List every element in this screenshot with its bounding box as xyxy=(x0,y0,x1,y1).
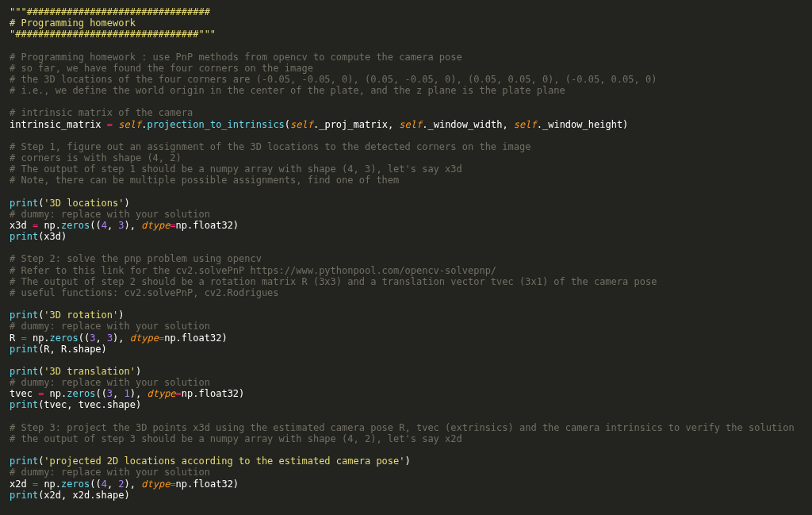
sp xyxy=(44,388,49,399)
string-literal: '3D translation' xyxy=(44,366,136,377)
var-R: R xyxy=(10,332,21,344)
comment: # useful functions: cv2.solvePnP, cv2.Ro… xyxy=(10,287,279,298)
comma: , xyxy=(95,332,106,344)
close-shape: ), xyxy=(113,332,130,344)
comment: # The output of step 1 should be a numpy… xyxy=(10,163,462,175)
zeros-call: zeros xyxy=(67,388,95,399)
arg: ._proj_matrix, xyxy=(313,119,399,130)
comment-dummy: # dummy: replace with your solution xyxy=(10,377,210,388)
num: 4 xyxy=(102,478,107,490)
kw-dtype: dtype xyxy=(147,388,175,399)
comment: # Step 1, figure out an assignment of th… xyxy=(10,141,530,152)
equals: = xyxy=(176,388,182,399)
self: self xyxy=(118,119,141,130)
paren: ) xyxy=(118,309,124,321)
print-call: print xyxy=(10,399,38,410)
sp xyxy=(27,332,33,344)
equals: = xyxy=(107,119,113,130)
comment: # Note, there can be multiple possible a… xyxy=(10,175,399,186)
np: np. xyxy=(44,220,61,231)
code-editor[interactable]: """################################ # Pr… xyxy=(0,0,812,515)
var-tvec: tvec xyxy=(10,388,38,399)
comma: , xyxy=(107,478,118,490)
num: 1 xyxy=(124,388,130,399)
print-call: print xyxy=(10,344,38,355)
num: 4 xyxy=(102,220,107,231)
string-literal: '3D rotation' xyxy=(44,309,118,321)
close-shape: ), xyxy=(130,388,147,399)
paren: ) xyxy=(124,198,130,209)
zeros-call: zeros xyxy=(61,220,90,231)
comma: , xyxy=(107,220,118,231)
equals: = xyxy=(170,478,175,490)
paren: ) xyxy=(136,366,141,377)
np: np. xyxy=(44,478,61,490)
self: self xyxy=(399,119,422,130)
string-literal: 'projected 2D locations according to the… xyxy=(44,455,404,467)
comment-dummy: # dummy: replace with your solution xyxy=(10,467,210,478)
docstring-close: "################################""" xyxy=(10,29,216,40)
print-arg: (R, R.shape) xyxy=(38,344,107,355)
paren: (( xyxy=(95,388,106,399)
print-call: print xyxy=(10,455,38,467)
np-float32: np.float32) xyxy=(164,332,227,344)
print-arg: (x3d) xyxy=(38,231,67,242)
np: np. xyxy=(33,332,50,344)
string-literal: '3D locations' xyxy=(44,198,124,209)
comment: # Step 3: project the 3D points x3d usin… xyxy=(10,422,795,433)
comment: # Step 2: solve the pnp problem using op… xyxy=(10,253,262,264)
equals: = xyxy=(21,332,26,344)
comment: # intrinsic matrix of the camera xyxy=(10,107,193,118)
close-shape: ), xyxy=(124,220,142,231)
np: np. xyxy=(50,388,67,399)
var-intrinsic-matrix: intrinsic_matrix xyxy=(10,119,107,130)
comment: # i.e., we define the world origin in th… xyxy=(10,85,565,96)
paren-open: ( xyxy=(285,119,290,130)
kw-dtype: dtype xyxy=(130,332,159,344)
docstring-open: """################################ xyxy=(10,6,210,17)
comment: # so far, we have found the four corners… xyxy=(10,63,313,74)
comment: # the output of step 3 should be a numpy… xyxy=(10,433,462,444)
kw-dtype: dtype xyxy=(141,220,170,231)
print-call: print xyxy=(10,231,38,242)
print-call: print xyxy=(10,198,38,209)
paren: (( xyxy=(90,478,101,490)
zeros-call: zeros xyxy=(50,332,79,344)
comment: # Refer to this link for the cv2.solvePn… xyxy=(10,265,496,276)
arg: ._window_width, xyxy=(422,119,514,130)
var-x2d: x2d xyxy=(10,478,33,490)
var-x3d: x3d xyxy=(10,220,33,231)
comma: , xyxy=(113,388,124,399)
zeros-call: zeros xyxy=(61,478,90,490)
paren: (( xyxy=(79,332,90,344)
print-call: print xyxy=(10,309,38,321)
comment-dummy: # dummy: replace with your solution xyxy=(10,209,210,220)
paren: (( xyxy=(90,220,101,231)
comment: # The output of step 2 should be a rotat… xyxy=(10,276,657,287)
kw-dtype: dtype xyxy=(141,478,170,490)
arg: ._window_height) xyxy=(537,119,629,130)
self: self xyxy=(290,119,313,130)
np-float32: np.float32) xyxy=(176,478,239,490)
print-call: print xyxy=(10,490,38,501)
num: 3 xyxy=(107,388,113,399)
num: 3 xyxy=(118,220,124,231)
method-projection: projection_to_intrinsics xyxy=(147,119,284,130)
docstring-title: # Programming homework xyxy=(10,17,136,29)
print-arg: (tvec, tvec.shape) xyxy=(38,399,141,410)
close-shape: ), xyxy=(124,478,142,490)
print-arg: (x2d, x2d.shape) xyxy=(38,490,130,501)
self: self xyxy=(514,119,537,130)
print-call: print xyxy=(10,366,38,377)
num: 2 xyxy=(118,478,124,490)
comment-dummy: # dummy: replace with your solution xyxy=(10,321,210,332)
comment: # the 3D locations of the four corners a… xyxy=(10,74,657,85)
paren: ) xyxy=(405,455,411,467)
comment: # Programming homework : use PnP methods… xyxy=(10,52,462,63)
np-float32: np.float32) xyxy=(176,220,239,231)
comment: # corners is with shape (4, 2) xyxy=(10,152,182,163)
np-float32: np.float32) xyxy=(182,388,244,399)
equals: = xyxy=(170,220,175,231)
